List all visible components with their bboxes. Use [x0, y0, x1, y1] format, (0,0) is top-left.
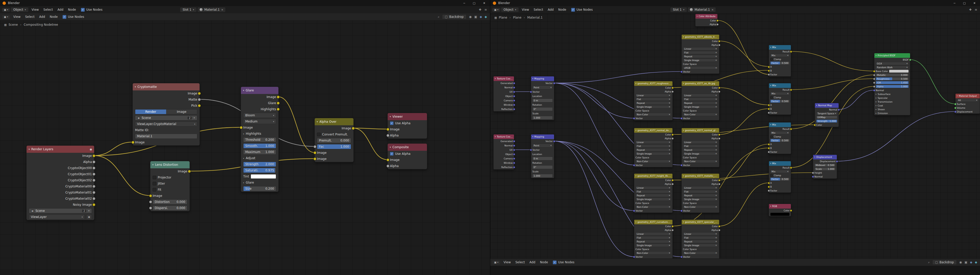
socket-color[interactable] — [716, 19, 719, 22]
dropdown-non-color[interactable]: Non-Color▾ — [635, 113, 671, 116]
row-0[interactable]: 0° — [531, 107, 554, 111]
socket-normal[interactable] — [812, 175, 814, 178]
socket-factor[interactable] — [768, 151, 770, 153]
row-btns[interactable]: RenderImage — [133, 109, 200, 115]
dropdown-random-walk[interactable]: Random Walk▾ — [876, 66, 909, 69]
socket-base-color[interactable] — [873, 70, 875, 72]
row-bloom[interactable]: Bloom▾ — [241, 112, 278, 119]
dropdown-linear[interactable]: Linear▾ — [683, 47, 718, 51]
dropdown-repeat[interactable]: Repeat▾ — [683, 240, 718, 243]
row-flat[interactable]: Flat▾ — [682, 51, 719, 54]
expand-icon[interactable]: ▸ — [876, 112, 877, 114]
socket-factor[interactable] — [768, 190, 770, 192]
menu-view[interactable]: View — [520, 7, 531, 12]
socket-alpha[interactable] — [387, 164, 390, 168]
node-header-mix-2[interactable]: ▾Mix — [769, 83, 791, 88]
socket-vector[interactable] — [633, 164, 635, 166]
field-dispersi[interactable]: Dispersi.0.000 — [153, 205, 187, 210]
search-icon[interactable]: ⌕ — [438, 15, 439, 19]
row-flat[interactable]: Flat▾ — [634, 236, 673, 240]
slider-saturati[interactable]: Saturati.0.975 — [243, 168, 276, 173]
row-projector[interactable]: Projector — [150, 174, 189, 180]
menu-select[interactable]: Select — [513, 260, 527, 265]
socket-vector[interactable] — [680, 164, 682, 166]
options-icon[interactable]: ≡ — [484, 8, 487, 11]
dropdown-point[interactable]: Point▾ — [532, 144, 553, 147]
socket-image[interactable] — [387, 128, 390, 131]
expand-icon[interactable]: ▸ — [876, 93, 877, 95]
node-header-principled-bsdf[interactable]: ▾Principled BSDF — [874, 53, 910, 58]
collapse-icon[interactable]: ▾ — [635, 130, 636, 131]
gizmo-icon[interactable]: ◈ — [480, 15, 482, 19]
row-single-image[interactable]: Single Image▾ — [634, 198, 673, 201]
row-mix[interactable]: Mix▾ — [769, 169, 791, 174]
editor-type-icon[interactable]: ▣ ▾ — [492, 8, 500, 12]
row-mix[interactable]: Mix▾ — [769, 54, 791, 57]
socket-displacement[interactable] — [836, 160, 838, 163]
node-header-tex-specular[interactable]: ▾geometry_4377_specular_4k.jpg — [682, 220, 719, 224]
dropdown-non-color[interactable]: Non-Color▾ — [635, 205, 671, 209]
collapse-icon[interactable]: ▾ — [770, 46, 771, 48]
row-convert-premult[interactable]: Convert Premult. — [315, 131, 353, 138]
socket-cryptomaterial02[interactable] — [92, 197, 95, 200]
render-button[interactable]: ◉ — [86, 214, 92, 220]
socket-camera[interactable] — [513, 157, 515, 160]
slot-select[interactable]: Slot 1▾ — [670, 7, 687, 12]
collapse-icon[interactable]: ▾ — [390, 146, 391, 149]
snapping-icon[interactable]: ◉ — [959, 261, 962, 264]
row-fac[interactable]: Fac1.000 — [315, 144, 353, 150]
node-header-mapping-1[interactable]: ▾Mapping — [531, 76, 554, 81]
row-uvmap[interactable]: UVMap — [815, 115, 838, 119]
socket-camera[interactable] — [513, 99, 515, 101]
breadcrumb-item-material-1[interactable]: Material.1 — [527, 16, 542, 19]
socket-b[interactable] — [768, 186, 770, 188]
row-linear[interactable]: Linear▾ — [682, 140, 719, 144]
dropdown-flat[interactable]: Flat▾ — [635, 144, 671, 148]
dropdown-linear[interactable]: Linear▾ — [635, 94, 671, 97]
socket-uv[interactable] — [513, 91, 515, 93]
dropdown-repeat[interactable]: Repeat▾ — [635, 194, 671, 197]
socket-vector[interactable] — [553, 82, 555, 84]
expand-icon[interactable]: ▸ — [876, 108, 877, 111]
socket-uv[interactable] — [513, 149, 515, 151]
socket-vector[interactable] — [530, 91, 532, 93]
collapse-icon[interactable]: ▾ — [390, 115, 391, 118]
socket-image[interactable] — [313, 151, 317, 154]
slider-fac[interactable]: Fac1.000 — [317, 144, 351, 149]
dropdown-viewlayer-cryptomaterial[interactable]: ViewLayer.CryptoMaterial▾ — [135, 122, 197, 126]
field-1-000[interactable]: 1.000 — [532, 116, 553, 120]
socket-reflection[interactable] — [513, 166, 515, 168]
socket-color[interactable] — [814, 124, 816, 126]
socket-color[interactable] — [671, 133, 674, 136]
field-midlevel[interactable]: Midlevel0.500 — [815, 163, 835, 167]
socket-image[interactable] — [198, 92, 201, 95]
menu-add[interactable]: Add — [527, 260, 538, 265]
dropdown-point[interactable]: Point▾ — [532, 85, 553, 89]
menu-add[interactable]: Add — [37, 14, 48, 19]
button-image[interactable]: Image — [166, 109, 197, 114]
socket-vector[interactable] — [680, 210, 682, 212]
row-factor[interactable]: Factor0.500 — [769, 177, 791, 181]
row-roughness[interactable]: Roughness0.500 — [874, 77, 910, 81]
node-cryptomatte[interactable]: ▾CryptomatteImageMattePickRenderImage▦Sc… — [132, 83, 200, 145]
dropdown-flat[interactable]: Flat▾ — [683, 236, 718, 239]
eye-icon[interactable]: ◉ — [89, 148, 92, 151]
node-header-tex-normal-gl[interactable]: ▾geometry_4377_normal_gl_4k.jpg — [682, 128, 719, 133]
row-linear[interactable]: Linear▾ — [682, 47, 719, 51]
slider-factor[interactable]: Factor0.500 — [770, 139, 790, 142]
collapse-icon[interactable]: ▾ — [635, 175, 636, 177]
socket-image[interactable] — [188, 170, 191, 173]
dropdown-all[interactable]: All▾ — [957, 98, 978, 102]
socket-image[interactable] — [149, 194, 152, 198]
color-swatch[interactable] — [889, 70, 909, 73]
dropdown-non-color[interactable]: Non-Color▾ — [635, 160, 671, 163]
row-clamp[interactable]: Clamp — [769, 174, 791, 177]
dropdown-single-image[interactable]: Single Image▾ — [635, 105, 671, 109]
dropdown-single-image[interactable]: Single Image▾ — [683, 244, 718, 247]
slider-alpha[interactable]: Alpha1.000 — [876, 85, 909, 88]
collapse-icon[interactable]: ▾ — [152, 163, 154, 166]
new-material-icon[interactable]: ✚ — [969, 8, 972, 11]
dropdown-srgb[interactable]: sRGB▾ — [683, 66, 718, 70]
dropdown-repeat[interactable]: Repeat▾ — [683, 148, 718, 152]
socket-result[interactable] — [790, 166, 792, 169]
